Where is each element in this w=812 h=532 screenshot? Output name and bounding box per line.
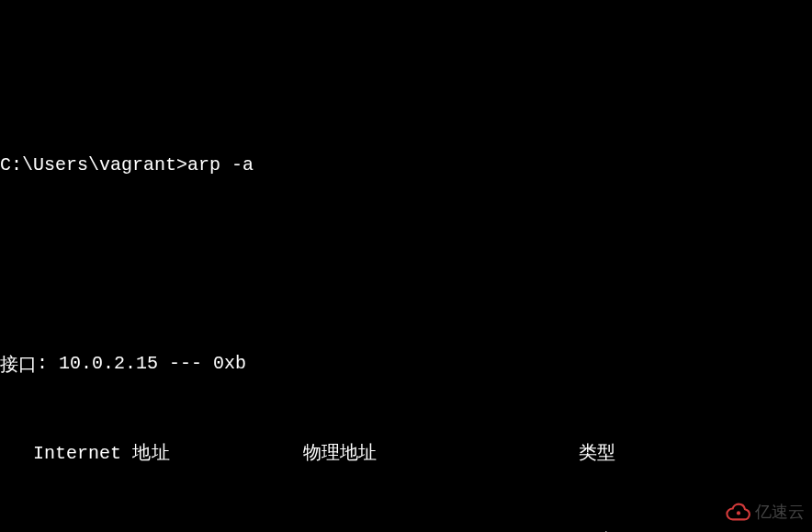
terminal-output: C:\Users\vagrant>arp -a 接口: 10.0.2.15 --… bbox=[0, 88, 812, 532]
watermark-text: 亿速云 bbox=[755, 501, 805, 523]
command-text: arp -a bbox=[187, 154, 254, 176]
interface-label: 接口 bbox=[0, 353, 37, 375]
interface-header: 接口: 10.0.2.15 --- 0xb bbox=[0, 353, 812, 375]
interface-ip: : 10.0.2.15 --- 0xb bbox=[37, 353, 246, 375]
svg-point-0 bbox=[737, 511, 740, 515]
blank-line bbox=[0, 243, 812, 265]
command-line: C:\Users\vagrant>arp -a bbox=[0, 154, 812, 176]
prompt: C:\Users\vagrant> bbox=[0, 154, 187, 176]
table-header: Internet 地址物理地址类型 bbox=[0, 441, 812, 463]
watermark-logo: 亿速云 bbox=[726, 501, 805, 523]
cloud-icon bbox=[726, 503, 751, 521]
